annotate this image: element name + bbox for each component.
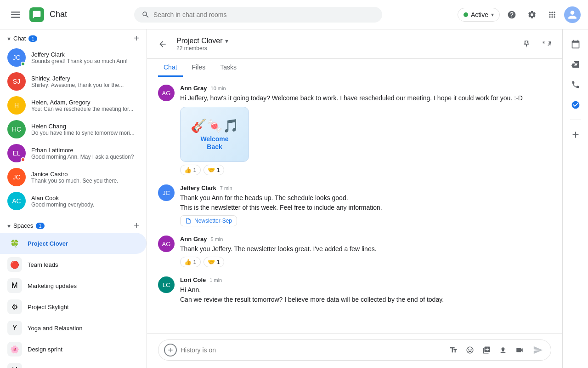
emoji-button[interactable] [463, 343, 477, 357]
message-text: Thank you Ann for the heads up. The sche… [180, 193, 551, 213]
avatar: JC [7, 168, 26, 186]
resize-button[interactable] [538, 36, 555, 52]
space-item-marketing-updates[interactable]: M Marketing updates [0, 275, 147, 296]
giphy-button[interactable] [479, 343, 494, 357]
meet-panel-button[interactable] [566, 75, 585, 94]
space-item-project-clover[interactable]: 🍀 Project Clover [0, 233, 147, 254]
space-name: Yoga and Relaxation [28, 325, 83, 332]
space-name: Marketing updates [28, 282, 77, 289]
upload-button[interactable] [496, 343, 510, 357]
reactions: 👍 1🤝 1 [180, 165, 551, 175]
chat-info: Jeffery Clark Sounds great! Thank you so… [31, 51, 139, 64]
avatar: EL [7, 144, 26, 162]
spaces-collapse-icon: ▾ [7, 222, 11, 230]
user-avatar[interactable] [564, 6, 581, 23]
message-row-msg1: AG Ann Gray 10 min Hi Jeffery, how's it … [158, 85, 551, 175]
chat-item-shirley[interactable]: SJ Shirley, Jeffery Shirley: Awesome, th… [0, 69, 147, 93]
chat-section-header[interactable]: ▾ Chat 1 + [0, 29, 147, 46]
body-area: ▾ Chat 1 + JC Jeffery Clark Sounds great… [0, 29, 588, 368]
message-sender: Lori Cole [180, 276, 206, 283]
chat-preview: You: Can we reschedule the meeting for..… [31, 106, 139, 112]
space-item-yoga-relaxation[interactable]: Y Yoga and Relaxation [0, 317, 147, 339]
chat-item-ethan[interactable]: EL Ethan Lattimore Good morning Ann. May… [0, 141, 147, 165]
chat-preview: Good morning Ann. May I ask a question? [31, 154, 139, 160]
message-header: Jeffery Clark 7 min [180, 184, 551, 191]
format-text-button[interactable] [446, 343, 461, 357]
add-app-button[interactable] [566, 126, 585, 144]
drive-panel-button[interactable] [566, 55, 585, 74]
chat-item-jeffery[interactable]: JC Jeffery Clark Sounds great! Thank you… [0, 46, 147, 69]
space-icon: Y [7, 321, 22, 335]
tab-chat[interactable]: Chat [158, 59, 183, 77]
space-item-design-sprint[interactable]: 🌸 Design sprint [0, 339, 147, 360]
right-panel [562, 29, 588, 368]
chat-badge: 1 [28, 35, 37, 42]
room-name-chevron[interactable]: ▾ [225, 37, 228, 45]
room-actions [518, 36, 555, 52]
room-header: Project Clover ▾ 22 members [147, 29, 562, 59]
message-input[interactable] [181, 346, 442, 354]
message-avatar: JC [158, 184, 175, 201]
status-pill[interactable]: Active ▾ [458, 8, 500, 22]
help-button[interactable] [503, 6, 520, 23]
status-dot [464, 12, 468, 17]
hamburger-button[interactable] [7, 6, 24, 23]
settings-button[interactable] [524, 6, 540, 23]
svg-rect-1 [11, 14, 20, 15]
message-input-container [158, 339, 551, 361]
space-icon: U [7, 363, 22, 368]
space-item-team-leads[interactable]: 🔴 Team leads [0, 254, 147, 275]
chat-info: Alan Cook Good morning everybody. [31, 195, 139, 208]
video-button[interactable] [512, 343, 527, 357]
chat-preview: Shirley: Awesome, thank you for the... [31, 82, 139, 88]
chat-item-helen-adam[interactable]: H Helen, Adam, Gregory You: Can we resch… [0, 93, 147, 117]
search-input[interactable] [153, 11, 375, 18]
chat-item-janice[interactable]: JC Janice Castro Thank you so much. See … [0, 165, 147, 189]
attachment-chip[interactable]: Newsletter-Sep [180, 215, 237, 226]
attach-button[interactable] [164, 344, 177, 356]
right-divider [570, 120, 581, 120]
spaces-section-header[interactable]: ▾ Spaces 1 + [0, 217, 147, 233]
apps-button[interactable] [544, 6, 560, 23]
message-header: Ann Gray 5 min [180, 236, 551, 242]
space-icon: M [7, 278, 22, 293]
send-button[interactable] [531, 343, 545, 357]
chat-item-helen-chang[interactable]: HC Helen Chang Do you have time to sync … [0, 117, 147, 141]
message-content: Ann Gray 5 min Thank you Jeffery. The ne… [180, 236, 551, 267]
space-name: Design sprint [28, 346, 62, 353]
tab-tasks[interactable]: Tasks [215, 59, 242, 77]
status-label: Active [471, 11, 488, 18]
main-chat-area: Project Clover ▾ 22 members Chat [147, 29, 562, 368]
message-time: 1 min [209, 277, 222, 283]
chat-item-alan[interactable]: AC Alan Cook Good morning everybody. [0, 189, 147, 213]
status-indicator [21, 62, 25, 66]
message-content: Lori Cole 1 min Hi Ann,Can we review the… [180, 276, 551, 305]
tasks-panel-button[interactable] [566, 96, 585, 114]
spaces-list: 🍀 Project Clover 🔴 Team leads M Marketin… [0, 233, 147, 368]
calendar-panel-button[interactable] [566, 35, 585, 53]
reaction-button[interactable]: 🤝 1 [204, 165, 224, 175]
reaction-button[interactable]: 👍 1 [180, 257, 201, 267]
chat-preview: Sounds great! Thank you so much Ann! [31, 58, 139, 64]
message-sticker: 🎸🍬🎵 WelcomeBack [180, 107, 249, 162]
space-icon: 🔴 [7, 257, 22, 272]
back-button[interactable] [154, 36, 171, 52]
message-row-msg3: AG Ann Gray 5 min Thank you Jeffery. The… [158, 236, 551, 267]
message-sender: Jeffery Clark [180, 184, 216, 191]
tabs-bar: ChatFilesTasks [147, 59, 562, 77]
tab-files[interactable]: Files [187, 59, 211, 77]
chat-add-button[interactable]: + [134, 33, 139, 44]
space-item-ux-prototype[interactable]: U UX prototype [0, 360, 147, 368]
app-logo [29, 7, 44, 22]
chat-name: Jeffery Clark [31, 51, 139, 58]
spaces-add-button[interactable]: + [134, 220, 139, 231]
top-strip: Chat Active ▾ [0, 0, 588, 29]
space-item-project-skylight[interactable]: ⚙ Project Skylight [0, 296, 147, 317]
pin-button[interactable] [518, 36, 535, 52]
reaction-button[interactable]: 👍 1 [180, 165, 201, 175]
avatar: H [7, 96, 26, 115]
chat-name: Helen Chang [31, 123, 139, 130]
chat-preview: Do you have time to sync tomorrow mori..… [31, 130, 139, 136]
chat-preview: Thank you so much. See you there. [31, 178, 139, 184]
reaction-button[interactable]: 🤝 1 [204, 257, 224, 267]
